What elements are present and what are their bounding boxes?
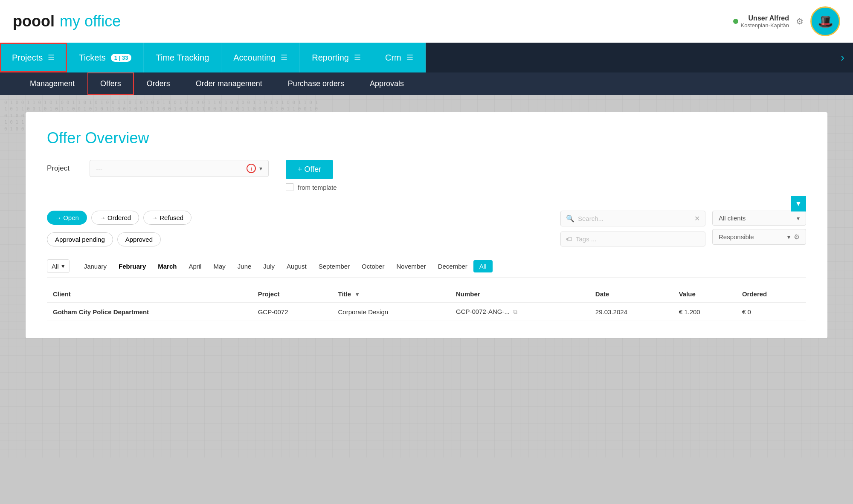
nav-menu-icon-projects: ☰ [48,53,55,62]
month-may[interactable]: May [207,260,231,272]
cell-number: GCP-0072-ANG-... ⧉ [450,302,589,321]
search-box[interactable]: 🔍 Search... ✕ [560,211,705,226]
filter-approval-pending[interactable]: Approval pending [47,232,113,246]
logo: poool my office [13,12,121,30]
filter-refused[interactable]: → Refused [143,211,191,225]
responsible-gear-icon[interactable]: ⚙ [794,233,800,241]
month-january[interactable]: January [78,260,113,272]
collapse-button[interactable]: ▼ [791,196,806,211]
page-title: Offer Overview [47,129,806,147]
nav-menu-icon-reporting: ☰ [354,53,361,62]
from-template-checkbox[interactable] [286,183,293,191]
month-august[interactable]: August [281,260,313,272]
nav-bar: Projects ☰ Tickets 1 | 33 Time Tracking … [0,43,853,72]
project-label: Project [47,164,81,173]
tags-box[interactable]: 🏷 Tags ... [560,232,705,246]
all-months-label: All [52,263,59,270]
nav-label-time-tracking: Time Tracking [156,53,209,63]
month-march[interactable]: March [152,260,183,272]
clients-dropdown[interactable]: All clients ▾ [712,211,806,226]
responsible-dropdown[interactable]: Responsible ▾ ⚙ [712,229,806,245]
sub-nav-orders[interactable]: Orders [134,72,183,95]
from-template-label: from template [298,184,337,191]
month-june[interactable]: June [232,260,258,272]
filter-open[interactable]: → Open [47,211,87,225]
sub-nav-approvals[interactable]: Approvals [357,72,417,95]
content-area: 0 1 0 0 1 1 0 1 0 1 0 0 1 1 0 1 0 1 0 0 … [0,95,853,458]
copy-icon[interactable]: ⧉ [513,308,517,315]
search-placeholder: Search... [578,215,691,222]
month-april[interactable]: April [183,260,207,272]
month-july[interactable]: July [257,260,281,272]
title-sort-icon[interactable]: ▼ [354,291,360,298]
filter-open-label: → Open [55,214,79,221]
col-number: Number [450,286,589,302]
filter-approved[interactable]: Approved [117,232,161,246]
approval-filter-row: Approval pending Approved [47,232,191,246]
responsible-dropdown-label: Responsible [719,233,784,240]
sub-nav-purchase-orders[interactable]: Purchase orders [275,72,357,95]
nav-item-crm[interactable]: Crm ☰ [373,43,426,72]
col-title: Title ▼ [332,286,450,302]
all-months-select[interactable]: All ▾ [47,259,70,273]
chevron-down-icon: ▾ [259,165,262,172]
sub-nav: Management Offers Orders Order managemen… [0,72,853,95]
nav-label-projects: Projects [12,53,43,63]
table-header-row: Client Project Title ▼ Number Date Value… [47,286,806,302]
nav-menu-icon-crm: ☰ [406,53,413,62]
nav-menu-icon-accounting: ☰ [281,53,287,62]
sub-nav-offers[interactable]: Offers [87,72,134,95]
clients-chevron-icon: ▾ [797,215,800,222]
nav-item-accounting[interactable]: Accounting ☰ [221,43,300,72]
add-offer-section: + Offer from template [286,160,337,191]
right-section: 🔍 Search... ✕ 🏷 Tags ... All clients ▾ [560,211,806,246]
cell-value: € 1.200 [673,302,736,321]
offers-table: Client Project Title ▼ Number Date Value… [47,286,806,321]
month-september[interactable]: September [313,260,356,272]
nav-label-crm: Crm [385,53,401,63]
month-november[interactable]: November [390,260,432,272]
nav-more-button[interactable]: › [832,43,853,72]
month-all-tab[interactable]: All [473,260,493,272]
month-december[interactable]: December [432,260,473,272]
nav-item-time-tracking[interactable]: Time Tracking [144,43,221,72]
filter-ordered[interactable]: → Ordered [91,211,139,225]
nav-label-accounting: Accounting [233,53,276,63]
all-months-chevron: ▾ [61,262,65,270]
nav-item-tickets[interactable]: Tickets 1 | 33 [67,43,144,72]
cell-ordered: € 0 [736,302,806,321]
search-area: 🔍 Search... ✕ 🏷 Tags ... [560,211,705,246]
header: poool my office Unser Alfred Kostenplan-… [0,0,853,43]
filter-approval-pending-label: Approval pending [55,236,105,243]
month-february[interactable]: February [113,260,152,272]
info-icon: i [247,164,256,173]
clear-icon[interactable]: ✕ [694,214,700,223]
status-filter-row: → Open → Ordered → Refused [47,211,191,225]
sub-nav-order-management[interactable]: Order management [183,72,275,95]
cell-client: Gotham City Police Department [47,302,252,321]
status-dot [733,19,738,24]
cell-date: 29.03.2024 [589,302,673,321]
project-select-value: --- [96,165,243,172]
offer-table: Client Project Title ▼ Number Date Value… [47,286,806,321]
nav-item-projects[interactable]: Projects ☰ [0,43,67,72]
add-offer-label: + Offer [298,165,321,174]
sub-nav-management[interactable]: Management [17,72,87,95]
col-ordered: Ordered [736,286,806,302]
header-right: Unser Alfred Kostenplan-Kapitän ⚙ 🎩 [733,6,840,36]
left-filters: → Open → Ordered → Refused Approval pend… [47,211,191,251]
col-client: Client [47,286,252,302]
col-date: Date [589,286,673,302]
settings-icon[interactable]: ⚙ [796,16,804,26]
nav-item-reporting[interactable]: Reporting ☰ [300,43,373,72]
offer-overview-card: Offer Overview Project --- i ▾ + Offer f… [26,112,827,338]
template-row: from template [286,183,337,191]
month-october[interactable]: October [356,260,390,272]
add-offer-button[interactable]: + Offer [286,160,333,179]
filter-ordered-label: → Ordered [99,214,131,221]
project-select[interactable]: --- i ▾ [90,160,269,177]
dropdown-group: All clients ▾ Responsible ▾ ⚙ [712,211,806,246]
nav-badge-tickets: 1 | 33 [111,54,132,62]
logo-myoffice: my office [60,12,121,30]
search-icon: 🔍 [566,214,574,223]
